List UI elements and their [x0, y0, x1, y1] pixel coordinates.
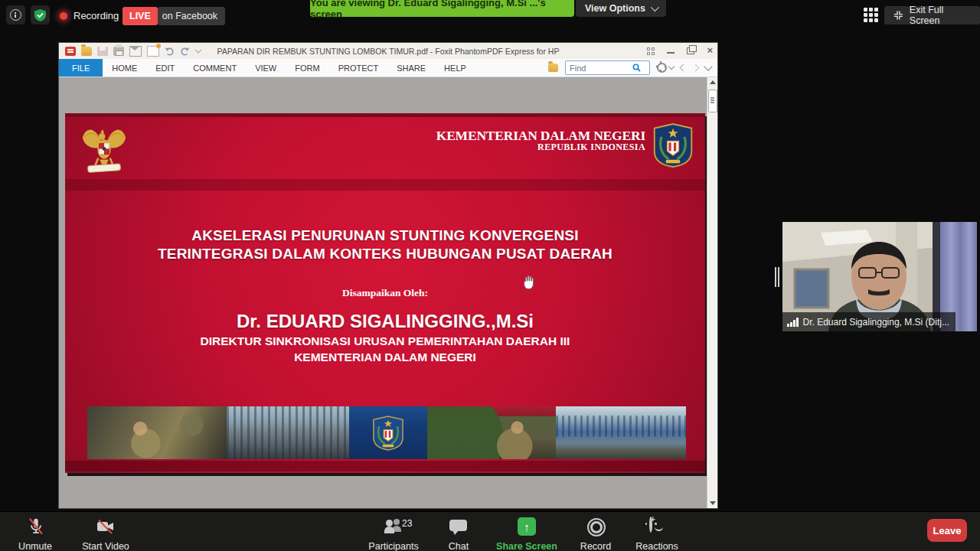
kemendagri-logo [652, 122, 694, 168]
slide-bottom-stripe [65, 461, 705, 471]
unmute-button[interactable]: Unmute [1, 517, 70, 551]
recording-indicator-icon [60, 12, 67, 20]
slide-title: AKSELERASI PENURUNAN STUNTING KONVERGENS… [65, 227, 705, 263]
tab-edit[interactable]: EDIT [146, 59, 184, 77]
live-badge: LIVE [122, 7, 158, 25]
foxit-menubar: FILE HOME EDIT COMMENT VIEW FORM PROTECT… [59, 59, 717, 77]
meeting-toolbar: Unmute Start Video 23 Participants Chat [0, 511, 980, 551]
leave-button[interactable]: Leave [927, 519, 967, 542]
find-input[interactable] [568, 63, 632, 73]
chat-label: Chat [449, 541, 469, 551]
view-options-button[interactable]: View Options [576, 0, 666, 17]
chevron-down-icon [668, 64, 675, 70]
gear-icon [657, 63, 667, 73]
pdf-slide-page: KEMENTERIAN DALAM NEGERI REPUBLIK INDONE… [65, 113, 705, 473]
zoom-meeting-fullscreen: Recording LIVE on Facebook You are viewi… [0, 0, 980, 551]
panel-collapse-handle[interactable] [775, 267, 781, 287]
speaker-name: Dr. EDUARD SIGALINGGING.,M.Si [65, 311, 705, 332]
speaker-title-line1: DIREKTUR SINKRONISASI URUSAN PEMERINTAHA… [65, 334, 705, 348]
ministry-header: KEMENTERIAN DALAM NEGERI REPUBLIK INDONE… [436, 129, 645, 152]
print-icon[interactable] [113, 47, 124, 56]
scroll-down-icon[interactable] [710, 501, 716, 505]
slide-divider-band [65, 179, 705, 191]
reactions-button[interactable]: + Reactions [622, 517, 691, 551]
tab-comment[interactable]: COMMENT [184, 59, 246, 77]
record-button[interactable]: Record [561, 517, 630, 551]
close-window-icon[interactable]: × [707, 45, 713, 55]
scrollbar-thumb[interactable] [708, 90, 717, 112]
meeting-info-button[interactable] [6, 5, 25, 24]
record-label: Record [580, 541, 611, 551]
security-button[interactable] [31, 5, 50, 24]
start-video-label: Start Video [82, 541, 129, 551]
participants-button[interactable]: 23 Participants [359, 517, 428, 551]
ministry-name: KEMENTERIAN DALAM NEGERI [436, 129, 645, 142]
live-stream-chip[interactable]: LIVE on Facebook [122, 7, 225, 25]
tab-file[interactable]: FILE [59, 59, 103, 77]
foxit-titlebar: PAPARAN DIR REMBUK STUNTING LOMBOK TIMUR… [59, 43, 717, 59]
previous-view-icon[interactable] [680, 64, 688, 72]
participant-name: Dr. Eduard Sigalingging, M.Si (Ditj... [803, 317, 949, 328]
plus-glyph: + [651, 514, 655, 523]
start-video-button[interactable]: Start Video [71, 517, 140, 551]
tab-view[interactable]: VIEW [246, 59, 286, 77]
share-screen-button[interactable]: ↑ Share Screen [492, 517, 561, 551]
share-screen-label: Share Screen [496, 541, 557, 551]
garuda-pancasila-emblem [80, 118, 128, 176]
gallery-view-icon[interactable] [864, 8, 878, 22]
slide-title-line2: TERINTEGRASI DALAM KONTEKS HUBUNGAN PUSA… [65, 245, 705, 263]
tab-help[interactable]: HELP [435, 59, 475, 77]
tab-share[interactable]: SHARE [387, 59, 435, 77]
photo-meeting [87, 406, 227, 459]
email-icon[interactable] [129, 46, 142, 57]
participants-count: 23 [402, 518, 412, 529]
record-icon [587, 518, 606, 536]
exit-fullscreen-button[interactable]: Exit Full Screen [884, 6, 980, 24]
republic-label: REPUBLIK INDONESIA [436, 142, 645, 152]
pdf-scrollbar[interactable] [707, 77, 717, 508]
tab-home[interactable]: HOME [103, 59, 146, 77]
info-icon [10, 9, 21, 21]
photo-campus [556, 406, 686, 459]
chat-button[interactable]: Chat [424, 517, 493, 551]
tab-protect[interactable]: PROTECT [329, 59, 388, 77]
scroll-up-icon[interactable] [710, 80, 716, 84]
find-in-folder-icon[interactable] [548, 64, 558, 72]
tab-form[interactable]: FORM [286, 59, 328, 77]
signal-strength-icon [787, 318, 799, 327]
exit-fullscreen-label: Exit Full Screen [910, 5, 971, 26]
find-box[interactable] [565, 60, 650, 75]
up-arrow-glyph: ↑ [524, 521, 530, 533]
viewing-banner: You are viewing Dr. Eduard Sigalingging,… [310, 0, 574, 17]
slide-top-stripe [65, 113, 705, 117]
new-document-icon[interactable] [147, 46, 159, 57]
hand-cursor-icon [522, 274, 536, 289]
ribbon-layout-icon[interactable] [647, 47, 655, 55]
participants-label: Participants [368, 541, 418, 551]
participant-name-label: Dr. Eduard Sigalingging, M.Si (Ditj... [782, 312, 956, 331]
pdf-document-area: KEMENTERIAN DALAM NEGERI REPUBLIK INDONE… [59, 77, 717, 508]
restore-window-icon[interactable] [687, 47, 694, 54]
customize-toolbar-icon[interactable] [194, 46, 201, 53]
participant-video-tile[interactable]: Dr. Eduard Sigalingging, M.Si (Ditj... [782, 222, 977, 331]
search-icon[interactable] [632, 64, 641, 72]
minimize-icon[interactable] [667, 52, 675, 54]
save-icon[interactable] [97, 47, 108, 56]
photo-building [227, 406, 349, 459]
redo-icon[interactable] [180, 47, 190, 56]
reactions-label: Reactions [635, 541, 678, 551]
share-screen-icon: ↑ [518, 517, 536, 536]
kemendagri-crest-icon [371, 413, 405, 453]
slide-title-line1: AKSELERASI PENURUNAN STUNTING KONVERGENS… [65, 227, 705, 245]
recording-label: Recording [74, 10, 119, 21]
foxit-pdf-window: PAPARAN DIR REMBUK STUNTING LOMBOK TIMUR… [58, 42, 718, 509]
unmute-label: Unmute [18, 541, 52, 551]
open-file-icon[interactable] [81, 47, 92, 56]
photo-strip [87, 406, 686, 459]
collapse-arrows-icon [893, 10, 903, 21]
undo-icon[interactable] [165, 47, 175, 56]
find-options-button[interactable] [657, 63, 674, 73]
reactions-smiley-icon: + [649, 517, 652, 533]
collapse-ribbon-icon[interactable] [704, 62, 712, 70]
next-view-icon[interactable] [692, 64, 700, 72]
